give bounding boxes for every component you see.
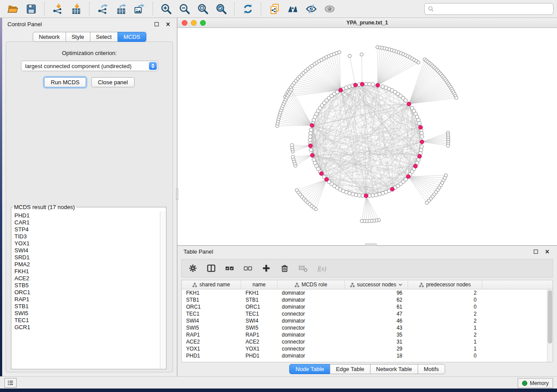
task-history-button[interactable] bbox=[4, 378, 17, 388]
select-all-icon[interactable] bbox=[224, 262, 235, 274]
mcds-result-item[interactable]: TEC1 bbox=[14, 317, 160, 324]
tab-node-table[interactable]: Node Table bbox=[289, 364, 330, 374]
close-panel-button[interactable]: Close panel bbox=[91, 77, 135, 87]
tab-mcds[interactable]: MCDS bbox=[118, 32, 146, 42]
network-graph[interactable] bbox=[177, 28, 557, 245]
optimization-criterion-dropdown[interactable]: largest connected component (undirected) bbox=[21, 61, 158, 71]
export-table-icon[interactable] bbox=[114, 2, 128, 16]
run-mcds-button[interactable]: Run MCDS bbox=[44, 77, 86, 87]
tab-edge-table[interactable]: Edge Table bbox=[330, 364, 370, 374]
zoom-out-icon[interactable] bbox=[177, 2, 191, 16]
save-session-icon[interactable] bbox=[24, 2, 38, 16]
zoom-in-icon[interactable] bbox=[159, 2, 173, 16]
column-header-predecessor-nodes[interactable]: predecessor nodes bbox=[408, 280, 482, 289]
table-cell: 43 bbox=[345, 324, 408, 331]
tab-select[interactable]: Select bbox=[90, 32, 118, 42]
import-table-icon[interactable] bbox=[69, 2, 83, 16]
add-column-icon[interactable] bbox=[260, 262, 272, 274]
open-session-icon[interactable] bbox=[6, 2, 20, 16]
mcds-result-item[interactable]: FKH1 bbox=[14, 268, 160, 275]
table-panel-title: Table Panel bbox=[183, 248, 213, 255]
table-row[interactable]: FKH1FKH1dominator962 bbox=[182, 289, 553, 296]
vertical-splitter-handle[interactable] bbox=[176, 189, 178, 200]
zoom-selected-icon[interactable] bbox=[214, 2, 228, 16]
hide-selected-icon[interactable] bbox=[304, 2, 318, 16]
column-header-mcds-role[interactable]: MCDS role bbox=[277, 280, 345, 289]
table-cell: YOX1 bbox=[241, 345, 277, 352]
window-close-icon[interactable] bbox=[182, 20, 187, 26]
column-header-successor-nodes[interactable]: successor nodes bbox=[345, 280, 408, 289]
mcds-result-scrollbar[interactable] bbox=[160, 211, 166, 368]
table-row[interactable]: STB1STB1dominator620 bbox=[182, 296, 553, 303]
column-header-filler bbox=[482, 280, 553, 289]
mcds-result-item[interactable]: RAP1 bbox=[14, 296, 160, 303]
optimization-criterion-value: largest connected component (undirected) bbox=[25, 63, 132, 69]
mcds-result-item[interactable]: CAR1 bbox=[14, 219, 160, 226]
mcds-result-item[interactable]: SWI5 bbox=[14, 310, 160, 317]
application-window: Control Panel NetworkStyleSelectMCDS Opt… bbox=[0, 0, 557, 392]
table-row[interactable]: RAP1RAP1dominator352 bbox=[182, 331, 553, 338]
deselect-all-icon[interactable] bbox=[242, 262, 254, 274]
table-cell: SWI5 bbox=[241, 324, 277, 331]
table-float-panel-icon[interactable] bbox=[532, 248, 540, 255]
search-box[interactable] bbox=[424, 3, 554, 15]
table-close-panel-icon[interactable] bbox=[543, 248, 551, 255]
clone-network-icon[interactable] bbox=[267, 2, 281, 16]
import-network-icon[interactable] bbox=[51, 2, 65, 16]
table-row[interactable]: TEC1TEC1connector472 bbox=[182, 310, 553, 317]
table-cell: 31 bbox=[345, 338, 408, 345]
mcds-result-item[interactable]: STP4 bbox=[14, 226, 160, 233]
mcds-result-item[interactable]: ORC1 bbox=[14, 289, 160, 296]
mcds-result-item[interactable]: YOX1 bbox=[14, 240, 160, 247]
table-row[interactable]: SWI5SWI5connector431 bbox=[182, 324, 553, 331]
table-row[interactable]: PHD1PHD1dominator180 bbox=[182, 352, 553, 359]
mcds-result-item[interactable]: STB5 bbox=[14, 282, 160, 289]
tab-network-table[interactable]: Network Table bbox=[370, 364, 418, 374]
table-row[interactable]: ORC1ORC1dominator610 bbox=[182, 303, 553, 310]
window-maximize-icon[interactable] bbox=[200, 20, 206, 26]
mcds-result-item[interactable]: SRD1 bbox=[14, 254, 160, 261]
column-header-name[interactable]: name bbox=[241, 280, 277, 289]
tab-style[interactable]: Style bbox=[66, 32, 90, 42]
control-panel: Control Panel NetworkStyleSelectMCDS Opt… bbox=[2, 18, 177, 376]
mcds-result-title: MCDS result (17 nodes) bbox=[13, 204, 76, 210]
tab-network[interactable]: Network bbox=[33, 32, 66, 42]
mcds-result-item[interactable]: STB1 bbox=[14, 303, 160, 310]
float-panel-icon[interactable] bbox=[152, 20, 160, 28]
mcds-result-item[interactable]: PHD1 bbox=[14, 212, 160, 219]
close-panel-icon[interactable] bbox=[164, 20, 172, 28]
export-image-icon[interactable] bbox=[132, 2, 146, 16]
horizontal-splitter-handle[interactable] bbox=[365, 244, 377, 246]
table-cell: ACE2 bbox=[182, 338, 241, 345]
column-layout-icon[interactable] bbox=[205, 262, 217, 274]
tab-motifs[interactable]: Motifs bbox=[418, 364, 445, 374]
table-cell: ORC1 bbox=[182, 303, 241, 310]
main-toolbar-icons bbox=[3, 2, 339, 16]
first-neighbors-icon[interactable] bbox=[286, 2, 300, 16]
network-canvas[interactable] bbox=[177, 28, 557, 245]
mcds-result-item[interactable]: TID3 bbox=[14, 233, 160, 240]
refresh-layout-icon[interactable] bbox=[241, 2, 255, 16]
zoom-fit-icon[interactable] bbox=[196, 2, 210, 16]
table-cell: STB1 bbox=[241, 296, 277, 303]
table-row[interactable]: SWI4SWI4dominator462 bbox=[182, 317, 553, 324]
memory-button-label: Memory bbox=[530, 380, 549, 386]
table-cell: 46 bbox=[345, 317, 408, 324]
table-cell: 96 bbox=[345, 289, 408, 296]
search-input[interactable] bbox=[436, 6, 550, 12]
table-scrollbar-thumb[interactable] bbox=[548, 290, 552, 344]
memory-button[interactable]: Memory bbox=[518, 378, 553, 388]
settings-gear-icon[interactable] bbox=[187, 262, 199, 274]
mcds-result-item[interactable]: GCR1 bbox=[14, 324, 160, 331]
table-scrollbar-track[interactable] bbox=[547, 289, 553, 362]
column-header-shared-name[interactable]: shared name bbox=[182, 280, 241, 289]
export-network-icon[interactable] bbox=[96, 2, 110, 16]
mcds-result-item[interactable]: ACE2 bbox=[14, 275, 160, 282]
table-row[interactable]: ACE2ACE2connector311 bbox=[182, 338, 553, 345]
window-minimize-icon[interactable] bbox=[191, 20, 197, 26]
delete-column-icon[interactable] bbox=[279, 262, 291, 274]
mcds-result-item[interactable]: PMA2 bbox=[14, 261, 160, 268]
table-row[interactable]: YOX1YOX1connector291 bbox=[182, 345, 553, 352]
table-cell: 47 bbox=[345, 310, 408, 317]
mcds-result-item[interactable]: SWI4 bbox=[14, 247, 160, 254]
